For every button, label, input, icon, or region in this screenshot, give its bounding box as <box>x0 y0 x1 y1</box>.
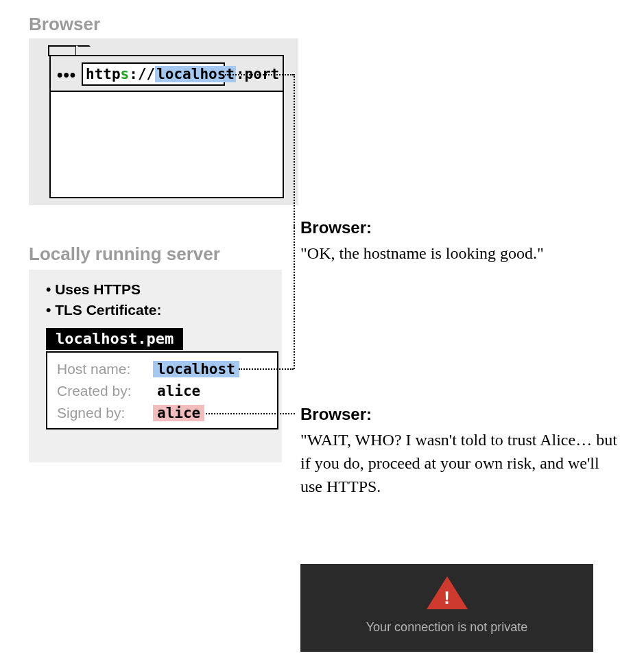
server-bullet-1: Uses HTTPS <box>46 279 161 300</box>
cert-created-value: alice <box>153 383 204 399</box>
url-http: http <box>86 66 121 82</box>
url-s: s <box>121 66 130 82</box>
commentary-1-text: "OK, the hostname is looking good." <box>300 242 623 265</box>
warning-bang: ! <box>444 587 451 609</box>
cert-row-host: Host name: localhost <box>57 358 267 380</box>
commentary-1-speaker: Browser: <box>300 218 623 237</box>
cert-filename: localhost.pem <box>46 328 183 350</box>
commentary-2-speaker: Browser: <box>300 405 623 424</box>
browser-cert-warning: ! Your connection is not private <box>300 564 593 652</box>
cert-created-label: Created by: <box>57 383 153 399</box>
server-section-title: Locally running server <box>29 244 255 265</box>
connector-certhost-v <box>294 228 295 369</box>
cert-host-label: Host name: <box>57 361 153 377</box>
connector-url-to-hostname-h <box>225 74 294 75</box>
commentary-2-text: "WAIT, WHO? I wasn't told to trust Alice… <box>300 428 623 498</box>
diagram-stage: Browser ••• https://localhost:port Local… <box>0 0 644 671</box>
connector-signedby-h <box>206 413 295 414</box>
cert-host-value: localhost <box>153 361 239 377</box>
cert-signed-value: alice <box>153 405 204 421</box>
browser-section-title: Browser <box>29 14 100 35</box>
warning-message: Your connection is not private <box>300 620 593 635</box>
connector-certhost-h <box>239 368 294 370</box>
url-host: localhost <box>155 66 236 82</box>
cert-row-created: Created by: alice <box>57 380 267 402</box>
address-bar[interactable]: https://localhost:port <box>82 62 225 86</box>
url-sep: :// <box>129 66 155 82</box>
warning-triangle-icon: ! <box>427 576 468 609</box>
cert-signed-label: Signed by: <box>57 405 153 421</box>
server-bullet-2: TLS Certificate: <box>46 300 161 320</box>
connector-url-to-hostname-v <box>294 74 295 228</box>
browser-tab-slant <box>77 45 91 47</box>
server-bullets: Uses HTTPS TLS Certificate: <box>46 279 161 320</box>
commentary-hostname-ok: Browser: "OK, the hostname is looking go… <box>300 218 623 265</box>
commentary-signer-warning: Browser: "WAIT, WHO? I wasn't told to tr… <box>300 405 623 498</box>
toolbar-overflow-icon: ••• <box>57 65 76 84</box>
cert-box: Host name: localhost Created by: alice S… <box>46 351 278 429</box>
